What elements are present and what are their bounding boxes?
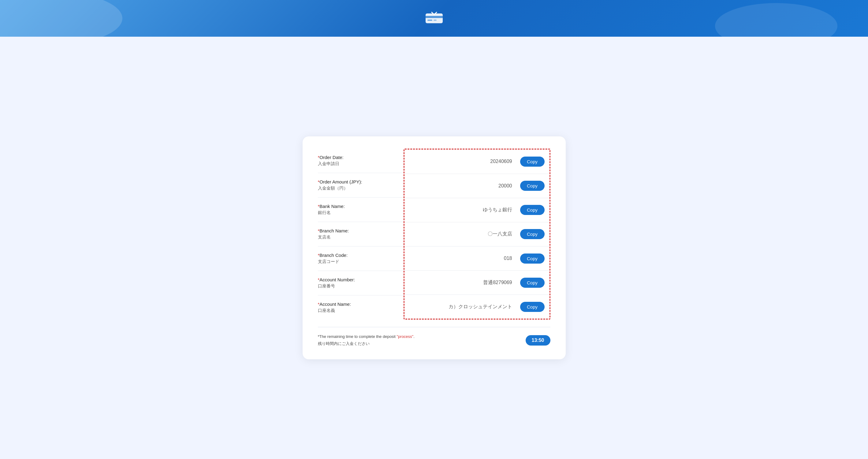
label-cell-order-date: *Order Date:入金申請日 xyxy=(318,149,404,173)
value-text-account-number: 普通8279069 xyxy=(409,280,515,286)
copy-button-branch-code[interactable]: Copy xyxy=(520,254,545,264)
footer-section: *The remaining time to complete the depo… xyxy=(318,327,550,347)
asterisk-branch-code: * xyxy=(318,253,320,258)
label-ja-order-date: 入金申請日 xyxy=(318,161,401,167)
asterisk-order-amount: * xyxy=(318,179,320,185)
value-text-branch-code: 018 xyxy=(409,256,515,261)
label-ja-account-name: 口座名義 xyxy=(318,308,401,314)
label-cell-branch-name: *Branch Name:支店名 xyxy=(318,222,404,247)
footer-text-before: *The remaining time to complete the depo… xyxy=(318,334,397,339)
label-ja-bank-name: 銀行名 xyxy=(318,210,401,216)
labels-column: *Order Date:入金申請日*Order Amount (JPY):入金金… xyxy=(318,149,404,320)
label-cell-branch-code: *Branch Code:支店コード xyxy=(318,247,404,271)
footer-line2-ja: 残り時間内にご入金ください xyxy=(318,340,414,347)
value-text-account-name: カ）クロッシュテインメント xyxy=(409,304,515,310)
footer-process-link: "process" xyxy=(397,334,413,339)
asterisk-account-number: * xyxy=(318,277,320,282)
value-cell-order-date: 20240609Copy xyxy=(404,150,550,174)
copy-button-order-date[interactable]: Copy xyxy=(520,157,545,167)
footer-text-after: . xyxy=(413,334,414,339)
timer-badge: 13:50 xyxy=(526,335,550,346)
asterisk-account-name: * xyxy=(318,301,320,307)
copy-button-account-name[interactable]: Copy xyxy=(520,302,545,312)
label-en-order-date: *Order Date: xyxy=(318,155,401,160)
label-en-account-name: *Account Name: xyxy=(318,301,401,307)
label-ja-account-number: 口座番号 xyxy=(318,284,401,289)
value-cell-bank-name: ゆうちょ銀行Copy xyxy=(404,198,550,222)
info-card: *Order Date:入金申請日*Order Amount (JPY):入金金… xyxy=(303,136,566,359)
value-cell-account-number: 普通8279069Copy xyxy=(404,271,550,295)
label-cell-bank-name: *Bank Name:銀行名 xyxy=(318,198,404,222)
footer-text: *The remaining time to complete the depo… xyxy=(318,333,414,347)
main-content: *Order Date:入金申請日*Order Amount (JPY):入金金… xyxy=(0,37,868,459)
label-en-bank-name: *Bank Name: xyxy=(318,204,401,209)
label-en-account-number: *Account Number: xyxy=(318,277,401,282)
label-en-order-amount: *Order Amount (JPY): xyxy=(318,179,401,185)
svg-rect-1 xyxy=(426,16,443,18)
value-cell-branch-name: 〇一八支店Copy xyxy=(404,222,550,247)
label-cell-order-amount: *Order Amount (JPY):入金金額（円） xyxy=(318,173,404,198)
label-ja-order-amount: 入金金額（円） xyxy=(318,186,401,191)
value-cell-order-amount: 20000Copy xyxy=(404,174,550,198)
value-cell-account-name: カ）クロッシュテインメントCopy xyxy=(404,295,550,319)
label-en-branch-name: *Branch Name: xyxy=(318,228,401,233)
payment-icon xyxy=(425,12,443,25)
svg-rect-2 xyxy=(427,20,432,21)
asterisk-branch-name: * xyxy=(318,228,320,233)
header xyxy=(0,0,868,37)
value-cell-branch-code: 018Copy xyxy=(404,247,550,271)
value-text-branch-name: 〇一八支店 xyxy=(409,231,515,237)
copy-button-bank-name[interactable]: Copy xyxy=(520,205,545,215)
copy-button-branch-name[interactable]: Copy xyxy=(520,229,545,239)
value-text-order-amount: 20000 xyxy=(409,183,515,189)
asterisk-bank-name: * xyxy=(318,204,320,209)
label-ja-branch-code: 支店コード xyxy=(318,259,401,264)
label-en-branch-code: *Branch Code: xyxy=(318,253,401,258)
values-column: 20240609Copy20000Copyゆうちょ銀行Copy〇一八支店Copy… xyxy=(404,149,550,320)
asterisk-order-date: * xyxy=(318,155,320,160)
label-cell-account-number: *Account Number:口座番号 xyxy=(318,271,404,295)
copy-button-order-amount[interactable]: Copy xyxy=(520,181,545,191)
label-ja-branch-name: 支店名 xyxy=(318,234,401,240)
label-cell-account-name: *Account Name:口座名義 xyxy=(318,295,404,320)
value-text-order-date: 20240609 xyxy=(409,159,515,164)
footer-line1: *The remaining time to complete the depo… xyxy=(318,333,414,340)
value-text-bank-name: ゆうちょ銀行 xyxy=(409,207,515,213)
copy-button-account-number[interactable]: Copy xyxy=(520,278,545,288)
form-layout: *Order Date:入金申請日*Order Amount (JPY):入金金… xyxy=(318,149,550,320)
svg-rect-3 xyxy=(434,20,437,21)
